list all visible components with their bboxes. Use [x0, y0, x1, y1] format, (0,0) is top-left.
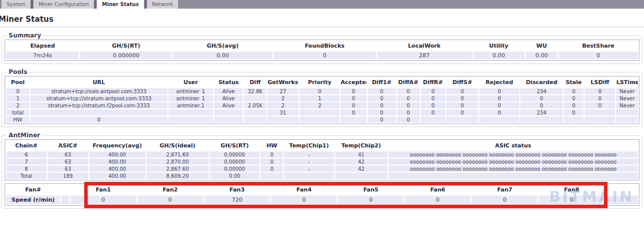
summary-section: Summary ElapsedGH/S(RT)GH/S(avg)FoundBlo… — [2, 32, 642, 64]
title-divider — [0, 26, 644, 27]
cell — [335, 173, 387, 179]
cell: 41 — [335, 151, 387, 158]
cell: 0 — [261, 151, 283, 158]
cell: 0 — [564, 95, 584, 101]
column-header: ASIC# — [48, 141, 88, 150]
cell: 0 — [446, 95, 478, 101]
column-header: LSDiff — [585, 78, 616, 87]
tab-separator — [94, 0, 96, 9]
tab-separator — [145, 0, 147, 9]
table-row: total310000002340 — [6, 109, 638, 115]
cell — [341, 117, 367, 123]
table-row: 7m24s0.0000000.0002870.000.000 — [6, 52, 638, 59]
antminer-legend: AntMiner — [7, 132, 42, 139]
table-row: 763400.002,870.000.000000-42oooooooo ooo… — [6, 159, 638, 165]
table-row: 863400.002,867.600.000000-42oooooooo ooo… — [6, 166, 638, 172]
page-title: Miner Status — [0, 15, 644, 24]
column-header: Frequency(avg) — [89, 141, 146, 150]
cell: 0 — [585, 95, 616, 101]
cell: 2,870.00 — [147, 159, 209, 165]
cell: 0 — [341, 109, 367, 115]
column-header — [605, 185, 638, 195]
tab-network[interactable]: Network — [147, 0, 178, 9]
cell: Never — [616, 102, 638, 108]
cell: 0 — [368, 88, 396, 94]
column-header: Pool — [6, 78, 29, 87]
cell: 0 — [520, 102, 563, 108]
cell: antminer_1 — [168, 88, 213, 94]
header-row: ElapsedGH/S(RT)GH/S(avg)FoundBlocksLocal… — [6, 41, 638, 51]
cell: 0 — [271, 196, 337, 204]
column-header: Temp(Chip2) — [335, 141, 387, 150]
column-header: Diff — [244, 78, 266, 87]
pools-table: PoolURLUserStatusDiffGetWorksPriorityAcc… — [5, 76, 639, 124]
cell: 0 — [261, 166, 283, 172]
summary-table: ElapsedGH/S(RT)GH/S(avg)FoundBlocksLocal… — [5, 40, 639, 61]
column-header: LSTime — [616, 78, 638, 87]
cell: 27 — [267, 88, 299, 94]
column-header: GetWorks — [267, 78, 299, 87]
cell: 0 — [539, 196, 604, 204]
column-header: WU — [526, 41, 558, 51]
cell: - — [284, 159, 334, 165]
cell — [30, 109, 167, 115]
cell: 0.000000 — [80, 52, 172, 59]
tab-system[interactable]: System — [2, 0, 30, 9]
column-header: Fan8 — [539, 185, 604, 195]
column-header: GH/S(ideal) — [147, 141, 209, 150]
cell: 0 — [421, 102, 446, 108]
cell — [244, 95, 266, 101]
cell: 8,609.20 — [147, 173, 209, 179]
cell: 31 — [267, 109, 299, 115]
cell — [61, 196, 69, 204]
cell: 0.00 — [473, 52, 524, 59]
cell: oooooooo oooooooo oooooooo oooooooo oooo… — [388, 151, 638, 158]
column-header: LocalWork — [377, 41, 472, 51]
column-header: Utility — [473, 41, 524, 51]
cell: 0 — [564, 109, 584, 115]
cell — [284, 173, 334, 179]
cell: Total — [6, 173, 47, 179]
column-header: Diff1# — [368, 78, 396, 87]
cell — [244, 117, 266, 123]
cell: - — [284, 166, 334, 172]
cell: 63 — [48, 159, 88, 165]
cell — [479, 117, 519, 123]
cell: 0 — [273, 52, 376, 59]
column-header: Chain# — [6, 141, 47, 150]
cell: 0 — [341, 95, 367, 101]
column-header: Fan4 — [271, 185, 337, 195]
tab-miner-status[interactable]: Miner Status — [97, 0, 144, 9]
cell: HW — [6, 117, 29, 123]
cell: 0 — [368, 117, 396, 123]
column-header: GH/S(RT) — [80, 41, 172, 51]
pools-legend: Pools — [7, 68, 29, 75]
cell: 7m24s — [6, 52, 79, 59]
cell: 0 — [472, 196, 538, 204]
column-header: Temp(Chip1) — [284, 141, 334, 150]
cell — [214, 117, 243, 123]
cell: 2 — [267, 102, 299, 108]
cell: Alive — [214, 88, 243, 94]
cell: 0 — [446, 102, 478, 108]
cell: 0 — [446, 88, 478, 94]
tab-miner-configuration[interactable]: Miner Configuration — [33, 0, 94, 9]
fans-table: Fan#Fan1Fan2Fan3Fan4Fan5Fan6Fan7Fan8Spee… — [5, 183, 639, 206]
cell: 0 — [341, 102, 367, 108]
cell: 2,871.60 — [147, 151, 209, 158]
column-header: DiffR# — [421, 78, 446, 87]
cell: 0.00000 — [210, 151, 260, 158]
cell: 8 — [6, 166, 47, 172]
cell: Never — [616, 95, 638, 101]
cell: 0 — [520, 95, 563, 101]
table-row: 1stratum+tcp://stratum.antpool.com:3333a… — [6, 95, 638, 101]
column-header: DiffA# — [397, 78, 420, 87]
header-row: Fan#Fan1Fan2Fan3Fan4Fan5Fan6Fan7Fan8 — [6, 185, 638, 195]
cell: 0 — [6, 88, 29, 94]
header-row: Chain#ASIC#Frequency(avg)GH/S(ideal)GH/S… — [6, 141, 638, 150]
table-row: Total189400.008,609.200.00 — [6, 173, 638, 179]
cell — [446, 117, 478, 123]
column-header: URL — [30, 78, 167, 87]
cell: 0.00 — [526, 52, 558, 59]
cell — [421, 117, 446, 123]
